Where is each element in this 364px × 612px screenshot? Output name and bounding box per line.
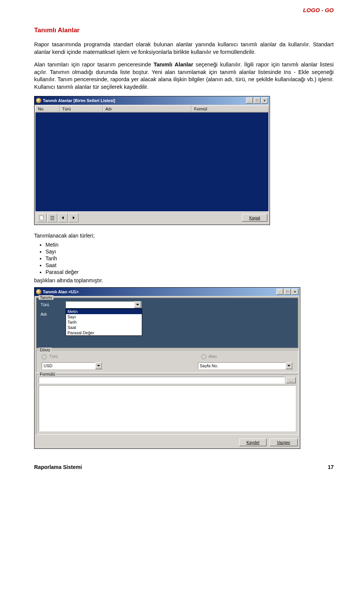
option-tarih[interactable]: Tarih xyxy=(66,319,142,325)
chevron-down-icon[interactable] xyxy=(286,362,292,369)
footer-left: Raporlama Sistemi xyxy=(34,464,82,470)
radio-turu-wrap[interactable]: Türü xyxy=(42,354,58,359)
maximize-button[interactable]: □ xyxy=(254,98,260,104)
vazgec-button[interactable]: Vazgeç xyxy=(270,439,298,446)
label-adi: Adı xyxy=(41,312,63,316)
group-tanimi: Tanımı Türü Metin Metin Sayı Tarih Saat … xyxy=(36,297,298,348)
kapat-label: Kapat xyxy=(249,216,260,220)
paragraph-1: Rapor tasarımında programda standart ola… xyxy=(34,41,334,56)
group-formulu: Formülü … xyxy=(36,374,298,435)
type-item: Tarih xyxy=(46,255,334,261)
type-item: Sayı xyxy=(46,249,334,255)
footer-page-no: 17 xyxy=(328,464,334,470)
formula-area[interactable] xyxy=(39,385,296,431)
group-formulu-label: Formülü xyxy=(39,372,56,376)
paragraph-2: Alan tanımları için rapor tasarım pencer… xyxy=(34,61,334,91)
grid-header: No. Türü Adı Formül xyxy=(35,105,269,112)
turu-value: Metin xyxy=(67,302,78,307)
type-item: Metin xyxy=(46,242,334,248)
types-after: başlıkları altında toplanmıştır. xyxy=(34,277,334,283)
group-tanimi-label: Tanımı xyxy=(39,295,53,300)
app-icon xyxy=(36,98,41,103)
formula-input[interactable] xyxy=(39,377,285,384)
para2-bold: Tanımlı Alanlar xyxy=(154,61,193,68)
option-sayi[interactable]: Sayı xyxy=(66,314,142,319)
radio-icon xyxy=(201,354,206,359)
app-icon xyxy=(36,289,41,294)
window2-title: Tanımlı Alan <U1> xyxy=(43,289,78,294)
window-title: Tanımlı Alanlar [Birim Setleri Listesi] xyxy=(43,98,115,103)
section-title: Tanımlı Alanlar xyxy=(34,27,334,34)
radio-turu-label: Türü xyxy=(49,354,58,359)
type-list: Metin Sayı Tarih Saat Parasal değer xyxy=(46,242,334,275)
radio-alan-label: Alan xyxy=(209,354,217,359)
vazgec-label: Vazgeç xyxy=(277,440,290,445)
para2-a: Alan tanımları için rapor tasarım pencer… xyxy=(34,61,154,68)
col-adi[interactable]: Adı xyxy=(103,105,191,112)
window-tanimli-alanlar-list: Tanımlı Alanlar [Birim Setleri Listesi] … xyxy=(34,96,270,225)
window-tanimli-alan-edit: Tanımlı Alan <U1> _ □ × Tanımı Türü Meti… xyxy=(34,287,300,449)
new-icon-button[interactable] xyxy=(37,213,47,222)
svg-rect-2 xyxy=(50,216,54,217)
formula-ellipsis-button[interactable]: … xyxy=(286,377,296,383)
prev-icon-button[interactable] xyxy=(58,213,68,222)
col-turu[interactable]: Türü xyxy=(60,105,103,112)
doviz-value: USD xyxy=(44,363,52,368)
page-footer: Raporlama Sistemi 17 xyxy=(34,464,334,470)
turu-combobox[interactable]: Metin Metin Sayı Tarih Saat Parasal Değe… xyxy=(66,301,141,308)
radio-icon xyxy=(42,354,47,359)
doviz-combobox[interactable]: USD xyxy=(42,362,102,369)
header-brand: LOGO - GO xyxy=(303,7,334,13)
types-intro: Tanımlanacak alan türleri; xyxy=(34,233,334,239)
close-button[interactable]: × xyxy=(292,289,298,295)
svg-rect-1 xyxy=(51,217,54,220)
kaydet-label: Kaydet xyxy=(246,440,259,445)
minimize-button[interactable]: _ xyxy=(246,98,253,104)
turu-dropdown[interactable]: Metin Sayı Tarih Saat Parasal Değer xyxy=(66,308,142,336)
label-turu: Türü xyxy=(41,302,63,307)
alan-combobox[interactable]: Sayfa No. xyxy=(198,362,293,369)
minimize-button[interactable]: _ xyxy=(276,289,283,295)
chevron-down-icon[interactable] xyxy=(95,362,102,369)
option-saat[interactable]: Saat xyxy=(66,325,142,330)
radio-alan-wrap[interactable]: Alan xyxy=(201,354,217,359)
delete-icon-button[interactable] xyxy=(47,213,57,222)
group-doviz: Döviz Türü Alan USD Sayfa xyxy=(36,350,298,373)
titlebar-2: Tanımlı Alan <U1> _ □ × xyxy=(35,288,300,296)
group-doviz-label: Döviz xyxy=(39,348,52,352)
type-item: Saat xyxy=(46,262,334,268)
alan-value: Sayfa No. xyxy=(200,363,218,368)
col-formul[interactable]: Formül xyxy=(191,105,269,112)
chevron-down-icon[interactable] xyxy=(134,301,141,308)
col-no[interactable]: No. xyxy=(35,105,60,112)
type-item: Parasal değer xyxy=(46,269,334,275)
close-button[interactable]: × xyxy=(261,98,268,104)
option-parasal[interactable]: Parasal Değer xyxy=(66,330,142,335)
next-icon-button[interactable] xyxy=(69,213,78,222)
titlebar: Tanımlı Alanlar [Birim Setleri Listesi] … xyxy=(35,96,270,105)
grid-body[interactable] xyxy=(35,112,269,212)
kapat-button[interactable]: Kapat xyxy=(242,214,267,222)
maximize-button[interactable]: □ xyxy=(284,289,291,295)
option-metin[interactable]: Metin xyxy=(66,309,142,314)
kaydet-button[interactable]: Kaydet xyxy=(239,439,267,446)
